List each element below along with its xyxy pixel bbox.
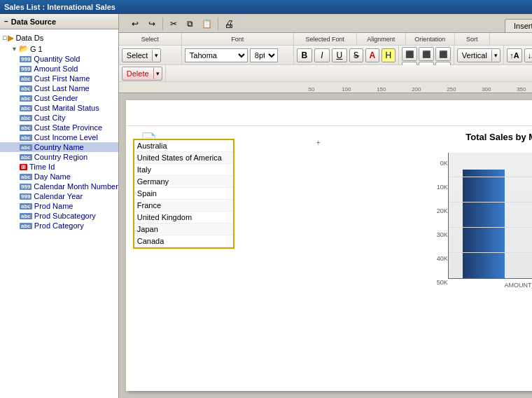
collapse-icon[interactable]: − [4,18,8,25]
select-label: Select [122,50,153,61]
tree-field-item[interactable]: 999 Calendar Year [0,191,118,201]
tree-field-item[interactable]: abc Prod Category [0,221,118,231]
underline-button[interactable]: U [332,48,347,62]
orientation-label: Vertical [458,50,492,61]
right-panel: ↩ ↪ ✂ ⧉ 📋 🖨 Insert Page Layout List Sele… [119,14,532,398]
align-center-button[interactable]: ⬛ [419,47,434,61]
tree-field-item[interactable]: abc Cust First Name [0,74,118,83]
list-item[interactable]: Germany [134,176,233,188]
gridline-10k [449,252,532,253]
field-type-badge: abc [20,105,32,111]
font-color-button[interactable]: A [365,48,379,62]
list-corner-handle[interactable]: + [316,139,321,146]
align-left-button[interactable]: ⬛ [402,47,417,61]
list-item[interactable]: Spain [134,188,233,200]
list-item[interactable]: United States of America [134,152,233,164]
data-source-panel: − Data Source □ ▶ Data Ds ▼ 📂 G 1 999 Qu… [0,14,119,398]
tree-field-item[interactable]: abc Cust Marital Status [0,103,118,113]
tree-group[interactable]: ▼ 📂 G 1 [0,43,118,54]
list-item[interactable]: Italy [134,164,233,176]
tab-insert[interactable]: Insert [505,19,532,32]
chart-bar-main [463,170,505,278]
y-label-20k: 20K [420,207,448,214]
field-type-badge: abc [20,144,32,151]
delete-label: Delete [122,68,154,79]
orientation-ctrl-group: Vertical ▾ [454,46,504,64]
content-area: Customer S 📄 + AustraliaUnited States of… [119,93,532,398]
field-name: Prod Name [34,202,74,210]
list-item[interactable]: Canada [134,235,233,247]
redo-button[interactable]: ↪ [144,17,160,31]
y-label-0k: 0K [420,160,448,167]
align-right-button[interactable]: ⬛ [435,47,451,61]
bold-button[interactable]: B [297,48,312,62]
delete-button[interactable]: Delete ▾ [122,67,162,81]
font-size-select[interactable]: 8pt [250,48,278,62]
list-item[interactable]: Australia [134,140,233,152]
field-type-badge: abc [20,154,32,160]
sort-desc-button[interactable]: ↓Z [524,48,532,62]
list-item[interactable]: United Kingdom [134,212,233,224]
tree-field-item[interactable]: ⊞ Time Id [0,162,118,172]
orientation-arrow-icon: ▾ [492,50,500,60]
top-toolbar-icons: ↩ ↪ ✂ ⧉ 📋 🖨 [125,15,240,32]
list-item[interactable]: France [134,200,233,212]
field-name: Country Region [34,153,88,161]
print-button[interactable]: 🖨 [221,17,237,31]
tree-field-item[interactable]: abc Day Name [0,172,118,181]
field-type-badge: 999 [20,184,31,190]
field-type-badge: abc [20,174,32,180]
field-name: Cust Marital Status [34,104,99,112]
tree-field-item[interactable]: abc Country Region [0,152,118,162]
app-title: Sales List : International Sales [4,3,115,11]
tree-field-item[interactable]: abc Cust State Province [0,123,118,132]
field-name: Calendar Month Number [34,182,118,191]
tree-root-label: Data Ds [15,34,43,42]
tab-bar: ↩ ↪ ✂ ⧉ 📋 🖨 Insert Page Layout List [119,14,532,33]
ruler-inner: 50 100 150 200 250 300 350 400 450 500 [294,82,532,92]
tree-field-item[interactable]: 999 Amount Sold [0,64,118,74]
field-type-badge: abc [20,95,32,102]
root-folder-icon: ▶ [8,33,14,43]
tree-field-item[interactable]: 999 Calendar Month Number [0,181,118,191]
orientation-select[interactable]: Vertical ▾ [457,48,500,62]
italic-button[interactable]: I [314,48,330,62]
undo-button[interactable]: ↩ [127,17,143,31]
tree-view[interactable]: □ ▶ Data Ds ▼ 📂 G 1 999 Quantity Sold 99… [0,29,118,398]
tree-field-item[interactable]: abc Country Name [0,142,118,152]
tree-root[interactable]: □ ▶ Data Ds [0,32,118,43]
tree-field-item[interactable]: abc Cust Last Name [0,83,118,93]
sort-asc-button[interactable]: ↑A [507,48,522,62]
highlight-button[interactable]: H [382,48,396,62]
ruler-100: 100 [329,86,364,92]
tree-field-item[interactable]: abc Cust City [0,113,118,123]
cut-button[interactable]: ✂ [166,17,181,31]
paste-button[interactable]: 📋 [200,17,215,31]
strikethrough-button[interactable]: S̶ [349,48,363,62]
list-item[interactable]: Japan [134,224,233,235]
font-name-select[interactable]: Tahoma [185,48,248,62]
ruler-350: 350 [504,86,532,92]
y-label-30k: 30K [420,231,448,238]
tree-field-item[interactable]: abc Prod Name [0,201,118,211]
list-table-area: AustraliaUnited States of AmericaItalyGe… [133,139,238,249]
select-button[interactable]: Select ▾ [122,48,162,62]
tree-field-item[interactable]: abc Cust Income Level [0,132,118,142]
copy-button[interactable]: ⧉ [183,17,198,31]
chart-area: Total Sales by Month 50K 40K 30K 20K 10K [385,128,532,338]
field-type-badge: 999 [20,193,31,200]
field-name: Cust State Province [34,123,102,132]
tree-field-item[interactable]: 999 Quantity Sold [0,54,118,64]
field-name: Cust City [34,114,66,122]
tree-field-item[interactable]: abc Prod Subcategory [0,211,118,221]
tree-field-item[interactable]: abc Cust Gender [0,93,118,103]
chart-title: Total Sales by Month [385,128,532,146]
align-top-row: ⬛ ⬛ ⬛ [402,47,451,61]
y-label-10k: 10K [420,184,448,191]
panel-title: Data Source [11,18,56,26]
field-name: Day Name [34,172,71,181]
delete-ctrl-group: Delete ▾ [119,65,166,81]
gridline-20k [449,227,532,228]
list-rows-container: AustraliaUnited States of AmericaItalyGe… [134,140,233,247]
field-name: Cust Last Name [34,84,90,92]
